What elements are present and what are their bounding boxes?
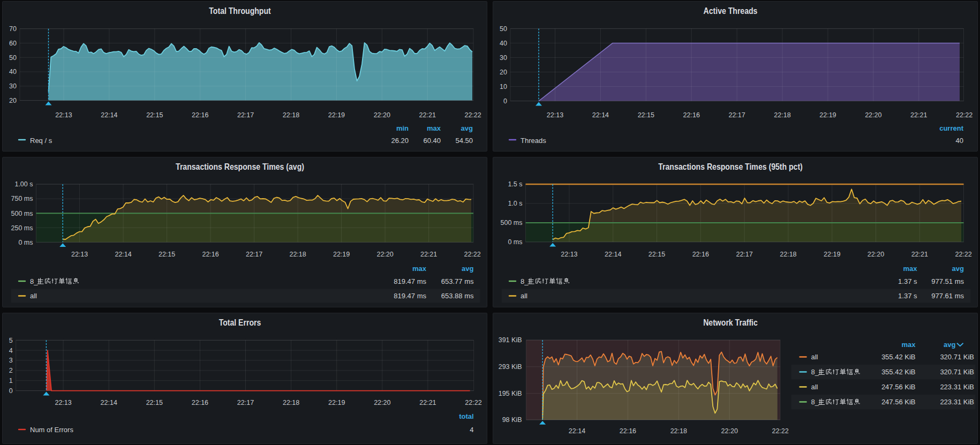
svg-text:22:18: 22:18 [774,111,790,119]
svg-text:22:13: 22:13 [547,111,563,119]
svg-text:391 KiB: 391 KiB [499,336,522,344]
svg-text:max: max [903,265,917,273]
svg-text:Total Errors: Total Errors [219,318,261,327]
svg-text:1.5 s: 1.5 s [508,180,522,188]
svg-text:40: 40 [500,40,507,47]
svg-text:8_: 8_ [811,368,819,376]
svg-text:22:19: 22:19 [333,251,350,258]
svg-text:1.37 s: 1.37 s [898,277,917,285]
svg-text:22:20: 22:20 [374,111,390,119]
svg-text:max: max [427,124,441,132]
svg-text:22:13: 22:13 [71,251,88,258]
svg-text:22:22: 22:22 [464,251,480,258]
svg-text:22:20: 22:20 [721,427,738,435]
svg-text:750 ms: 750 ms [11,195,33,202]
svg-text:977.51 ms: 977.51 ms [931,277,964,285]
svg-text:Total Throughput: Total Throughput [209,6,270,16]
svg-text:avg: avg [944,341,955,349]
svg-text:54.50: 54.50 [455,137,473,145]
svg-text:22:21: 22:21 [420,251,437,258]
svg-text:22:14: 22:14 [101,111,117,119]
svg-text:1.37 s: 1.37 s [898,292,917,300]
svg-text:5: 5 [9,337,13,344]
svg-text:20: 20 [500,69,507,76]
svg-text:22:16: 22:16 [692,251,709,258]
svg-text:250 ms: 250 ms [11,224,33,232]
svg-text:all: all [811,383,818,391]
svg-text:20: 20 [9,97,17,104]
svg-text:22:16: 22:16 [620,427,636,435]
svg-text:22:20: 22:20 [868,251,884,258]
svg-text:22:14: 22:14 [115,251,131,258]
svg-text:355.42 KiB: 355.42 KiB [881,368,916,376]
svg-text:320.71 KiB: 320.71 KiB [940,368,974,376]
svg-text:4: 4 [9,347,13,355]
svg-text:22:21: 22:21 [419,399,436,406]
svg-text:977.61 ms: 977.61 ms [931,292,964,300]
svg-text:22:14: 22:14 [569,427,585,435]
svg-text:22:20: 22:20 [376,251,393,258]
svg-text:22:19: 22:19 [328,399,345,406]
svg-text:50: 50 [9,54,17,62]
svg-text:Network Traffic: Network Traffic [703,318,758,327]
svg-text:all: all [811,353,818,361]
svg-text:30: 30 [9,82,17,90]
svg-text:Threads: Threads [521,137,546,145]
svg-text:10: 10 [500,83,507,90]
svg-text:8_: 8_ [30,277,38,285]
svg-text:22:22: 22:22 [955,251,971,258]
svg-text:Transactions Response Times (a: Transactions Response Times (avg) [176,162,304,171]
svg-text:22:13: 22:13 [561,251,577,258]
svg-text:819.47 ms: 819.47 ms [394,292,426,300]
svg-text:22:19: 22:19 [328,111,345,119]
svg-text:22:15: 22:15 [649,251,665,258]
svg-text:0 ms: 0 ms [508,238,522,246]
svg-text:all: all [30,292,37,300]
svg-text:30: 30 [500,54,507,62]
svg-text:22:22: 22:22 [772,427,788,435]
svg-text:max: max [901,341,916,349]
svg-text:819.47 ms: 819.47 ms [394,277,426,285]
svg-text:2: 2 [9,367,13,374]
svg-text:195 KiB: 195 KiB [499,390,522,397]
svg-text:22:18: 22:18 [283,399,299,406]
svg-text:0: 0 [9,387,13,395]
svg-text:22:14: 22:14 [101,399,117,406]
svg-text:22:18: 22:18 [289,251,306,258]
svg-text:1: 1 [9,377,13,384]
svg-text:1.0 s: 1.0 s [508,200,522,207]
svg-text:22:17: 22:17 [237,111,254,119]
svg-text:22:17: 22:17 [736,251,752,258]
svg-text:22:16: 22:16 [192,399,208,406]
svg-text:Req / s: Req / s [30,137,52,145]
svg-text:0: 0 [503,97,507,105]
svg-text:653.88 ms: 653.88 ms [441,292,474,300]
svg-text:22:15: 22:15 [638,111,654,119]
svg-text:22:13: 22:13 [55,111,72,119]
svg-text:60.40: 60.40 [423,137,441,145]
svg-text:22:14: 22:14 [592,111,609,119]
svg-text:1.00 s: 1.00 s [14,180,33,188]
svg-text:22:17: 22:17 [728,111,745,119]
svg-text:40: 40 [956,137,963,145]
svg-text:22:22: 22:22 [465,399,481,406]
svg-text:223.31 KiB: 223.31 KiB [940,398,974,406]
svg-text:22:15: 22:15 [146,399,163,406]
svg-text:8_: 8_ [521,277,529,285]
svg-text:247.56 KiB: 247.56 KiB [881,383,916,391]
svg-text:8_: 8_ [811,398,819,406]
svg-text:0 ms: 0 ms [18,239,33,246]
svg-text:max: max [412,265,427,273]
svg-text:247.56 KiB: 247.56 KiB [881,398,916,406]
svg-text:22:21: 22:21 [419,111,436,119]
svg-text:22:20: 22:20 [865,111,881,119]
svg-text:355.42 KiB: 355.42 KiB [881,353,916,361]
svg-text:Num of Errors: Num of Errors [30,426,73,434]
svg-text:22:17: 22:17 [246,251,262,258]
svg-text:22:13: 22:13 [55,399,71,406]
svg-text:min: min [396,124,409,132]
svg-text:653.77 ms: 653.77 ms [441,277,474,285]
svg-text:22:18: 22:18 [670,427,687,435]
svg-text:22:22: 22:22 [956,111,973,119]
svg-text:avg: avg [461,124,473,132]
